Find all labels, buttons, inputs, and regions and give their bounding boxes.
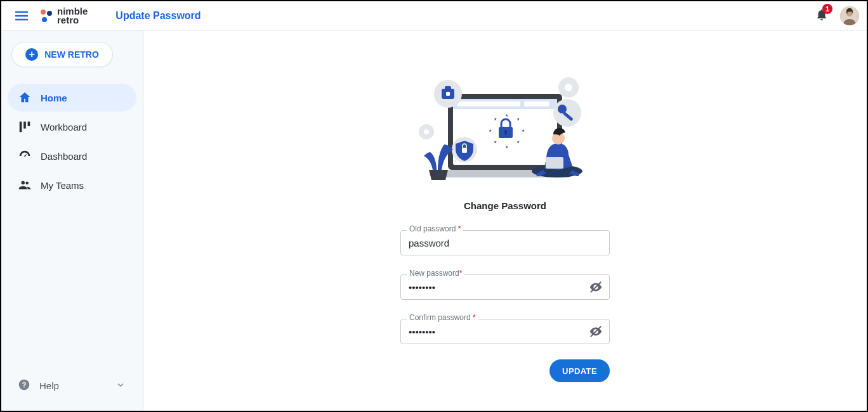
- toggle-visibility-confirm-icon[interactable]: [588, 324, 603, 339]
- svg-rect-37: [546, 157, 563, 169]
- svg-text:★: ★: [516, 117, 520, 121]
- sidebar-item-label: Dashboard: [41, 151, 87, 162]
- confirm-password-label: Confirm password *: [407, 313, 478, 322]
- old-password-field: Old password *: [400, 230, 610, 255]
- svg-rect-29: [446, 92, 450, 96]
- help-label: Help: [39, 380, 59, 391]
- svg-text:★: ★: [489, 129, 492, 132]
- svg-text:★: ★: [494, 140, 497, 144]
- svg-rect-28: [445, 86, 451, 91]
- new-password-field: New password*: [400, 274, 610, 300]
- new-password-input[interactable]: [400, 274, 610, 300]
- main-content: ★★★ ★★★ ★★: [143, 30, 867, 411]
- notification-badge: 1: [822, 4, 832, 14]
- help-icon: ?: [18, 378, 30, 393]
- svg-text:★: ★: [505, 145, 508, 149]
- sidebar-item-home[interactable]: Home: [8, 84, 136, 112]
- sidebar-item-dashboard[interactable]: Dashboard: [8, 142, 136, 170]
- change-password-form: Old password * New password*: [400, 230, 610, 344]
- logo-text: nimble retro: [57, 7, 88, 25]
- sidebar-item-label: Home: [41, 93, 67, 103]
- security-illustration: ★★★ ★★★ ★★: [410, 68, 600, 189]
- eye-off-icon: [589, 325, 603, 338]
- new-password-label: New password*: [407, 269, 464, 278]
- svg-point-7: [424, 129, 429, 134]
- new-retro-label: NEW RETRO: [44, 49, 99, 60]
- page-title: Update Password: [115, 10, 201, 22]
- teams-icon: [18, 178, 32, 192]
- svg-rect-13: [524, 101, 549, 106]
- dashboard-icon: [18, 149, 32, 163]
- sidebar-nav: Home Workboard Dashboard My Teams: [8, 84, 136, 199]
- toggle-visibility-new-icon[interactable]: [588, 280, 603, 295]
- sidebar-item-my-teams[interactable]: My Teams: [8, 171, 136, 199]
- logo-icon: [38, 8, 53, 23]
- user-avatar[interactable]: [840, 6, 859, 25]
- avatar-icon: [840, 6, 859, 25]
- sidebar-item-workboard[interactable]: Workboard: [8, 113, 136, 141]
- svg-text:★: ★: [494, 117, 497, 121]
- confirm-password-input[interactable]: [400, 319, 610, 344]
- eye-off-icon: [589, 280, 603, 294]
- chevron-down-icon: [115, 379, 126, 392]
- sidebar-item-label: Workboard: [41, 122, 87, 132]
- svg-text:★: ★: [516, 140, 520, 144]
- svg-point-5: [565, 84, 572, 91]
- svg-text:★: ★: [505, 113, 508, 117]
- old-password-label: Old password *: [407, 224, 463, 233]
- hamburger-menu-icon[interactable]: [14, 8, 29, 23]
- new-retro-button[interactable]: + NEW RETRO: [11, 42, 113, 67]
- change-password-card: ★★★ ★★★ ★★: [289, 68, 721, 411]
- app-header: nimble retro Update Password 1: [1, 1, 867, 30]
- svg-text:★: ★: [522, 129, 525, 132]
- svg-point-31: [558, 105, 567, 113]
- workboard-icon: [18, 120, 32, 134]
- form-actions: UPDATE: [400, 359, 610, 382]
- home-icon: [18, 91, 32, 105]
- update-button[interactable]: UPDATE: [549, 359, 610, 382]
- svg-text:?: ?: [22, 380, 26, 389]
- sidebar-help[interactable]: ? Help: [8, 371, 136, 399]
- svg-rect-25: [505, 132, 506, 135]
- svg-rect-12: [457, 101, 520, 106]
- app-logo[interactable]: nimble retro: [38, 7, 88, 25]
- notifications-button[interactable]: 1: [815, 8, 829, 24]
- old-password-input[interactable]: [400, 230, 610, 255]
- svg-rect-34: [462, 148, 467, 153]
- confirm-password-field: Confirm password *: [400, 319, 610, 344]
- sidebar-item-label: My Teams: [41, 180, 84, 191]
- svg-point-30: [553, 99, 581, 127]
- plus-icon: +: [25, 48, 38, 61]
- card-title: Change Password: [464, 200, 546, 211]
- sidebar: + NEW RETRO Home Workboard Dashboard: [1, 30, 143, 411]
